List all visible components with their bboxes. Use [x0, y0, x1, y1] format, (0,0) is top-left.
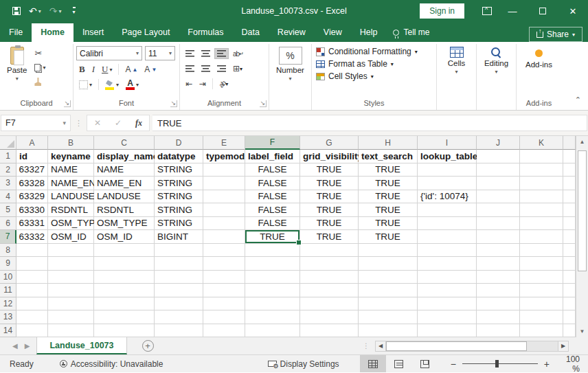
cell-L6[interactable] — [563, 217, 576, 231]
cell-K5[interactable] — [520, 203, 563, 217]
sign-in-button[interactable]: Sign in — [420, 3, 464, 19]
cell-B14[interactable] — [48, 324, 94, 338]
new-sheet-button[interactable]: + — [142, 340, 154, 352]
cell-K3[interactable] — [520, 177, 563, 190]
cell-A9[interactable] — [16, 257, 48, 271]
grow-font-button[interactable]: A▲ — [122, 65, 140, 74]
cell-J10[interactable] — [477, 271, 520, 284]
cell-C4[interactable]: LANDUSE — [94, 190, 155, 204]
cell-B6[interactable]: OSM_TYPE — [48, 217, 94, 231]
cell-K12[interactable] — [520, 297, 563, 311]
row-header-3[interactable]: 3 — [0, 177, 16, 190]
fill-color-button[interactable]: ▾ — [102, 80, 122, 90]
cell-F9[interactable] — [245, 257, 300, 271]
cell-H6[interactable]: TRUE — [359, 217, 418, 231]
cell-G1[interactable]: grid_visibility — [300, 150, 359, 163]
format-as-table-button[interactable]: Format as Table▾ — [316, 59, 432, 69]
cell-C6[interactable]: OSM_TYPE — [94, 217, 155, 231]
cell-B9[interactable] — [48, 257, 94, 271]
cell-D10[interactable] — [155, 271, 203, 284]
cell-I10[interactable] — [418, 271, 477, 284]
merge-center-button[interactable]: ⊞▾ — [230, 62, 245, 76]
align-left-button[interactable] — [183, 63, 197, 74]
cell-H14[interactable] — [359, 324, 418, 338]
cell-J2[interactable] — [477, 163, 520, 177]
cell-B13[interactable] — [48, 310, 94, 324]
cell-H10[interactable] — [359, 271, 418, 284]
cell-J11[interactable] — [477, 284, 520, 297]
confirm-entry-button[interactable]: ✓ — [108, 118, 128, 128]
cell-C8[interactable] — [94, 244, 155, 258]
row-header-11[interactable]: 11 — [0, 284, 16, 297]
cell-B5[interactable]: RSDNTL — [48, 203, 94, 217]
cell-D3[interactable]: STRING — [155, 177, 203, 190]
cell-F14[interactable] — [245, 324, 300, 338]
cancel-entry-button[interactable]: ✕ — [87, 118, 108, 128]
cell-G9[interactable] — [300, 257, 359, 271]
previous-sheet-icon[interactable]: ◀ — [12, 342, 18, 350]
cell-E9[interactable] — [203, 257, 245, 271]
cell-G7[interactable]: TRUE — [300, 230, 359, 244]
zoom-level[interactable]: 100 % — [558, 354, 588, 373]
tab-home[interactable]: Home — [32, 23, 74, 42]
cell-K4[interactable] — [520, 190, 563, 204]
cell-F4[interactable]: FALSE — [245, 190, 300, 204]
cell-D9[interactable] — [155, 257, 203, 271]
cell-L10[interactable] — [563, 271, 576, 284]
cell-C13[interactable] — [94, 310, 155, 324]
cell-G12[interactable] — [300, 297, 359, 311]
cell-H11[interactable] — [359, 284, 418, 297]
cell-A13[interactable] — [16, 310, 48, 324]
cell-F6[interactable]: FALSE — [245, 217, 300, 231]
formula-grip[interactable]: ⋮ — [71, 119, 87, 128]
cell-C2[interactable]: NAME — [94, 163, 155, 177]
accessibility-status[interactable]: Accessibility: Unavailable — [43, 359, 163, 369]
cell-D13[interactable] — [155, 310, 203, 324]
cell-E11[interactable] — [203, 284, 245, 297]
underline-button[interactable]: U▾ — [99, 64, 115, 75]
bold-button[interactable]: B — [76, 64, 88, 75]
cell-E2[interactable] — [203, 163, 245, 177]
tab-formulas[interactable]: Formulas — [179, 23, 232, 42]
cell-styles-button[interactable]: Cell Styles▾ — [316, 71, 432, 81]
cell-H5[interactable]: TRUE — [359, 203, 418, 217]
cell-F1[interactable]: label_field — [245, 150, 300, 163]
row-header-13[interactable]: 13 — [0, 310, 16, 324]
share-button[interactable]: Share ▾ — [529, 27, 583, 42]
cell-H12[interactable] — [359, 297, 418, 311]
cell-F11[interactable] — [245, 284, 300, 297]
row-header-9[interactable]: 9 — [0, 257, 16, 271]
orientation-button[interactable]: ab▾ — [216, 78, 231, 90]
page-layout-view-button[interactable] — [386, 355, 412, 372]
cell-G6[interactable]: TRUE — [300, 217, 359, 231]
cell-A3[interactable]: 63328 — [16, 177, 48, 190]
italic-button[interactable]: I — [89, 64, 98, 75]
redo-dropdown-icon[interactable]: ▾ — [58, 8, 61, 14]
next-sheet-icon[interactable]: ▶ — [25, 342, 30, 350]
cell-I8[interactable] — [418, 244, 477, 258]
cell-J12[interactable] — [477, 297, 520, 311]
cell-B11[interactable] — [48, 284, 94, 297]
cell-A2[interactable]: 63327 — [16, 163, 48, 177]
cell-H3[interactable]: TRUE — [359, 177, 418, 190]
cell-L14[interactable] — [563, 324, 576, 338]
display-settings-button[interactable]: Display Settings — [258, 359, 349, 369]
row-header-1[interactable]: 1 — [0, 150, 16, 163]
column-header-I[interactable]: I — [418, 136, 477, 150]
cell-D2[interactable]: STRING — [155, 163, 203, 177]
cell-K14[interactable] — [520, 324, 563, 338]
cell-B2[interactable]: NAME — [48, 163, 94, 177]
minimize-button[interactable]: — — [497, 0, 528, 22]
cell-K2[interactable] — [520, 163, 563, 177]
cell-A8[interactable] — [16, 244, 48, 258]
wrap-text-button[interactable]: ab↵ — [230, 48, 247, 60]
cell-F2[interactable]: FALSE — [245, 163, 300, 177]
tab-insert[interactable]: Insert — [74, 23, 113, 42]
cell-D7[interactable]: BIGINT — [155, 230, 203, 244]
cell-L13[interactable] — [563, 310, 576, 324]
cell-J7[interactable] — [477, 230, 520, 244]
column-header-partial[interactable] — [563, 136, 576, 150]
top-align-button[interactable] — [183, 48, 197, 59]
cell-J5[interactable] — [477, 203, 520, 217]
cell-G5[interactable]: TRUE — [300, 203, 359, 217]
